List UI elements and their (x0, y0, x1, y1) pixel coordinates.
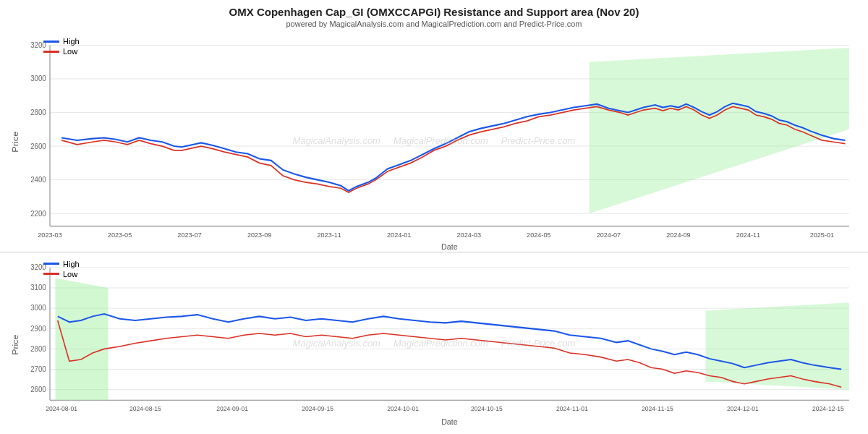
svg-text:3000: 3000 (30, 75, 46, 82)
svg-text:2024-07: 2024-07 (597, 230, 621, 238)
chart2-svg: Price 3200 3100 3000 2900 2800 2700 2600… (7, 255, 861, 435)
high-label2: High (63, 260, 80, 268)
svg-text:2024-12-01: 2024-12-01 (727, 404, 759, 412)
chart2-wrapper: High Low MagicalAnalysis.com MagicalPred… (0, 252, 868, 435)
svg-text:2800: 2800 (30, 109, 46, 116)
svg-text:2900: 2900 (30, 324, 46, 332)
chart-title: OMX Copenhagen Cap_GI (OMXCCAPGI) Resist… (0, 6, 868, 18)
svg-text:2024-10-01: 2024-10-01 (387, 404, 419, 412)
svg-text:2023-09: 2023-09 (247, 230, 271, 238)
svg-text:2024-10-15: 2024-10-15 (471, 404, 503, 412)
svg-text:2024-11-01: 2024-11-01 (556, 404, 588, 412)
legend-high: High (43, 37, 80, 46)
low-label2: Low (63, 270, 77, 278)
low-label: Low (63, 47, 77, 56)
svg-text:Date: Date (441, 242, 458, 251)
svg-text:2024-08-01: 2024-08-01 (46, 404, 77, 412)
chart2-legend: High Low (43, 260, 80, 280)
svg-text:2024-09-15: 2024-09-15 (302, 404, 333, 412)
chart1-legend: High Low (43, 37, 80, 57)
svg-text:2024-09-01: 2024-09-01 (216, 404, 248, 412)
svg-text:2024-05: 2024-05 (527, 230, 550, 238)
svg-text:Date: Date (441, 417, 458, 425)
high-label: High (63, 37, 80, 46)
chart-subtitle: powered by MagicalAnalysis.com and Magic… (0, 20, 868, 28)
svg-text:2023-03: 2023-03 (38, 230, 61, 238)
chart1-wrapper: High Low MagicalAnalysis.com MagicalPred… (0, 30, 868, 252)
legend2-low: Low (43, 270, 80, 278)
svg-text:2023-07: 2023-07 (177, 230, 201, 238)
svg-text:2023-11: 2023-11 (317, 230, 341, 238)
svg-text:2800: 2800 (30, 344, 46, 352)
svg-text:2024-11-15: 2024-11-15 (642, 404, 673, 412)
svg-text:3100: 3100 (30, 284, 46, 292)
svg-text:2024-09: 2024-09 (666, 230, 690, 238)
prediction-area-right (705, 302, 848, 389)
low-line2-icon (43, 273, 59, 275)
svg-text:2024-12-15: 2024-12-15 (812, 404, 844, 412)
svg-text:2600: 2600 (30, 142, 46, 150)
svg-text:3000: 3000 (30, 304, 46, 312)
main-container: OMX Copenhagen Cap_GI (OMXCCAPGI) Resist… (0, 0, 868, 434)
svg-text:2023-05: 2023-05 (108, 230, 132, 238)
svg-text:2024-11: 2024-11 (736, 230, 760, 238)
chart2-yaxis-label: Price (10, 334, 20, 354)
high-line-icon (43, 41, 59, 43)
svg-text:2024-01: 2024-01 (387, 230, 411, 238)
svg-text:2600: 2600 (30, 385, 46, 393)
legend2-high: High (43, 260, 80, 268)
svg-text:2200: 2200 (30, 209, 46, 217)
low-line-icon (43, 51, 59, 53)
chart1-svg: Price 3200 3000 2800 2600 2400 2200 2023… (7, 33, 861, 252)
legend-low: Low (43, 47, 80, 56)
svg-text:2700: 2700 (30, 365, 46, 373)
svg-text:2025-01: 2025-01 (810, 230, 834, 238)
svg-text:2400: 2400 (30, 176, 46, 184)
svg-text:2024-08-15: 2024-08-15 (129, 404, 161, 412)
high-line2-icon (43, 263, 59, 265)
svg-text:2024-03: 2024-03 (457, 230, 481, 238)
header: OMX Copenhagen Cap_GI (OMXCCAPGI) Resist… (0, 0, 868, 30)
chart1-yaxis-label: Price (10, 132, 20, 153)
